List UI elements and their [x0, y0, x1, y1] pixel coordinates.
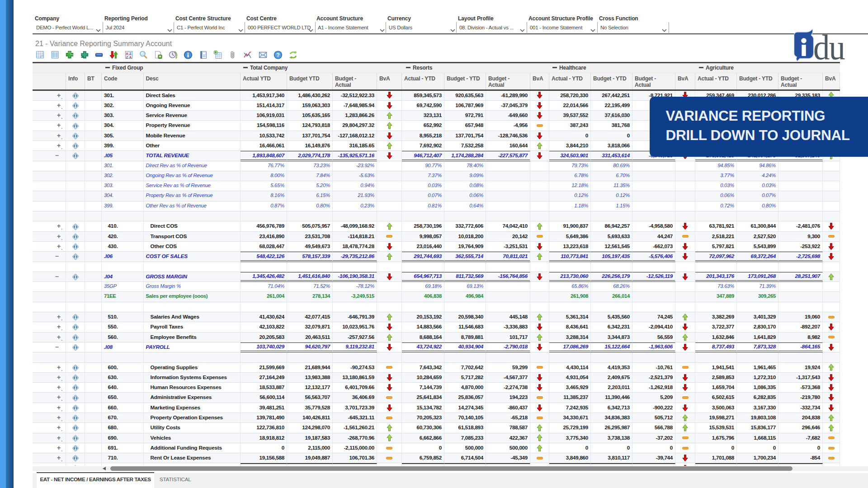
- svg-text:Z: Z: [129, 52, 132, 55]
- svg-text:A: A: [129, 56, 132, 59]
- svg-text:Z: Z: [126, 56, 128, 59]
- svg-text:du: du: [813, 28, 845, 64]
- svg-text:?: ?: [276, 52, 279, 58]
- svg-text:A: A: [126, 52, 128, 55]
